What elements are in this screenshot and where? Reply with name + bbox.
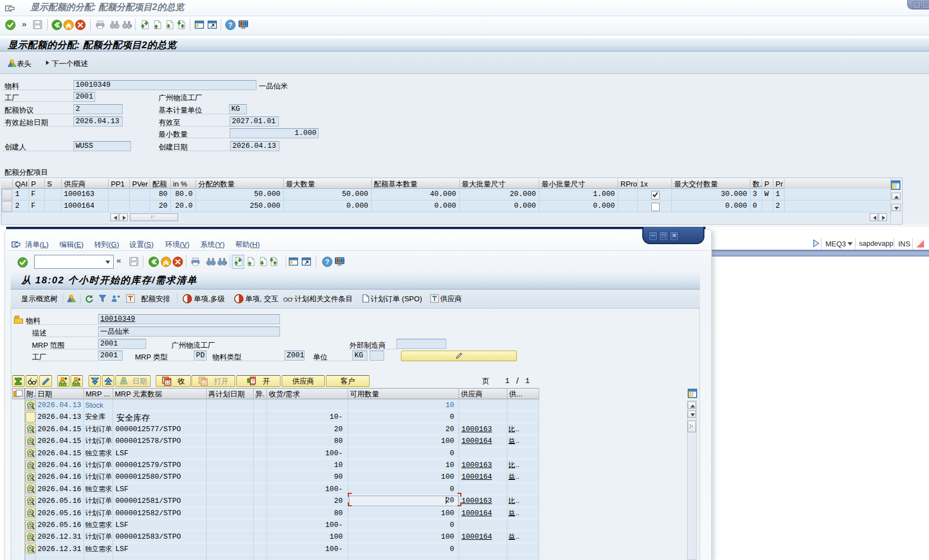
svg-text:7: 7 <box>251 379 254 384</box>
svg-text:12: 12 <box>166 381 170 385</box>
svg-text:?: ? <box>228 21 232 29</box>
svg-text:?: ? <box>325 258 329 266</box>
svg-text:12: 12 <box>202 381 207 385</box>
